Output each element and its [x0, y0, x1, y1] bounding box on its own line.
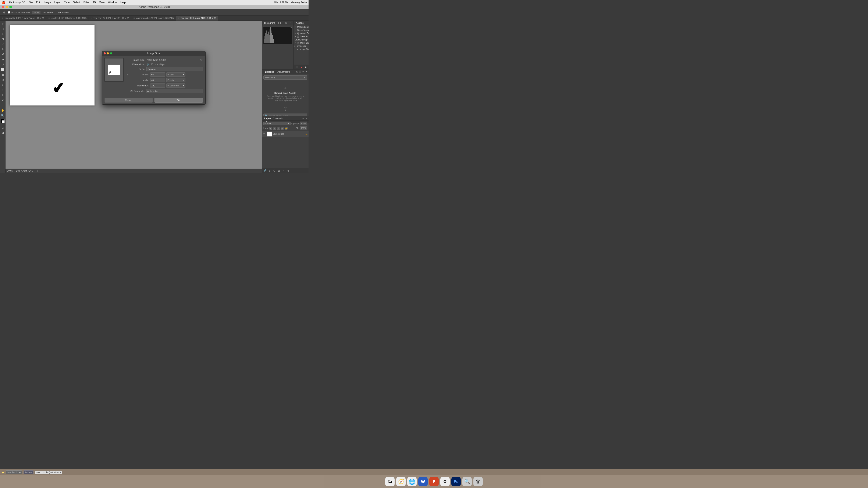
tab-4-close[interactable]: ×	[178, 17, 179, 19]
move-tool-icon[interactable]: ✛	[0, 22, 5, 26]
tab-2[interactable]: × vine copy @ 100% (Layer 2, RGB/8#)	[89, 16, 131, 21]
history-brush-icon[interactable]: ↺	[0, 62, 5, 67]
action-stop-btn[interactable]: ⬛	[294, 65, 299, 69]
histogram-menu[interactable]: ≫	[285, 22, 288, 25]
zoom-tool-icon[interactable]: 🔍	[0, 113, 5, 118]
menu-file[interactable]: File	[29, 1, 33, 4]
menu-layer[interactable]: Layer	[54, 1, 61, 4]
maximize-button[interactable]	[9, 6, 12, 8]
action-play-btn[interactable]: ▶	[304, 65, 308, 69]
menu-photoshop[interactable]: Photoshop CC	[9, 1, 25, 4]
action-imagesize-folder[interactable]: ▶ imagesize	[294, 44, 309, 48]
tab-1-close[interactable]: ×	[48, 17, 50, 19]
menu-window[interactable]: Window	[108, 1, 117, 4]
scroll-all-checkbox[interactable]: Scroll All Windows	[8, 11, 30, 14]
move-tool[interactable]	[2, 10, 6, 15]
layer-visibility-toggle[interactable]: 👁	[263, 133, 266, 135]
libraries-dropdown[interactable]: My Library ▼	[264, 75, 307, 79]
layers-blend-dropdown[interactable]: Normal ▼	[264, 122, 290, 125]
resample-checkbox[interactable]: ✓	[130, 90, 132, 92]
menu-3d[interactable]: 3D	[93, 1, 96, 4]
menu-type[interactable]: Type	[64, 1, 69, 4]
actions-tab[interactable]: Actions	[295, 21, 304, 25]
action-quadrant[interactable]: ✓ Quadrant Colors	[294, 32, 309, 35]
info-tab[interactable]: Info	[277, 22, 283, 25]
background-color[interactable]	[2, 120, 5, 123]
action-gradient-map[interactable]: Gradient Map	[294, 38, 309, 41]
canvas-document[interactable]: ✔	[10, 25, 94, 105]
lock-all[interactable]: 🔒	[285, 127, 287, 130]
width-input[interactable]	[150, 72, 165, 77]
height-unit-select[interactable]: Pixels ▼	[166, 78, 185, 82]
dialog-max-btn[interactable]	[110, 52, 112, 55]
width-unit-select[interactable]: Pixels ▼	[166, 72, 185, 77]
resolution-input[interactable]	[150, 84, 165, 88]
lock-position[interactable]: ✛	[277, 127, 280, 130]
lock-transparency[interactable]: ⊘	[269, 127, 272, 130]
extras-icon[interactable]: ⋯	[0, 135, 5, 140]
adjustments-tab[interactable]: Adjustments	[276, 70, 292, 73]
apple-menu[interactable]: 🍎	[2, 1, 5, 4]
menu-select[interactable]: Select	[73, 1, 80, 4]
tab-2-close[interactable]: ×	[91, 17, 92, 19]
cancel-button[interactable]: Cancel	[104, 98, 153, 103]
layers-fill-input[interactable]	[300, 126, 307, 130]
add-mask-btn[interactable]: ⬡	[272, 169, 277, 172]
resample-select[interactable]: Automatic ▼	[146, 89, 203, 93]
menu-view[interactable]: View	[99, 1, 105, 4]
tab-0[interactable]: × vine.psd @ 100% (Layer 2 copy, RGB/8#)	[0, 16, 46, 21]
histogram-tab[interactable]: Histogram	[264, 21, 276, 25]
lock-artboard[interactable]: ⊡	[281, 127, 284, 130]
action-image-size[interactable]: ✓ Image Size	[294, 48, 309, 51]
libraries-list-view[interactable]: ☰	[299, 70, 301, 73]
action-save-photoshop[interactable]: ✓ ✓ Save as Photoshop ...	[294, 35, 309, 38]
brush-tool-icon[interactable]: 🖌	[0, 52, 5, 57]
layers-close[interactable]: ✕	[305, 117, 307, 120]
histogram-close[interactable]: ✕	[289, 22, 292, 25]
shape-tool-icon[interactable]: □	[0, 103, 5, 107]
menu-image[interactable]: Image	[44, 1, 51, 4]
layers-tab[interactable]: Layers	[264, 117, 272, 120]
height-input[interactable]	[150, 78, 165, 82]
quick-mask-icon[interactable]: ⬡	[0, 125, 5, 130]
action-record-btn[interactable]: ●	[299, 65, 304, 69]
clone-tool-icon[interactable]: ⊕	[0, 57, 5, 62]
fit-to-select[interactable]: Custom ▼	[147, 67, 203, 71]
lock-image[interactable]: ✎	[273, 127, 276, 130]
ok-button[interactable]: OK	[154, 98, 203, 103]
libraries-menu[interactable]: ≫	[302, 70, 305, 73]
tab-4[interactable]: × vine copy0000.jpg @ 100% (RGB/8#)	[176, 16, 218, 21]
add-effect-btn[interactable]: ƒ	[268, 169, 272, 172]
layers-menu[interactable]: ≫	[302, 117, 305, 120]
eyedropper-tool-icon[interactable]: 🖊	[0, 42, 5, 46]
resolution-unit-select[interactable]: Pixels/Inch ▼	[166, 84, 185, 88]
hand-tool-icon[interactable]: ✋	[0, 108, 5, 113]
action-mixer-brush[interactable]: ✓ ✓ Mixer Brush Cloning...	[294, 41, 309, 44]
close-button[interactable]	[2, 6, 4, 8]
text-tool-icon[interactable]: T	[0, 93, 5, 97]
dialog-close-btn[interactable]	[104, 52, 106, 55]
gradient-tool-icon[interactable]: ▦	[0, 72, 5, 77]
histogram-refresh-icon[interactable]: ⟳	[290, 27, 292, 29]
libraries-help-icon[interactable]: ?	[284, 107, 287, 110]
add-link-btn[interactable]: 🔗	[263, 169, 267, 172]
dialog-min-btn[interactable]	[107, 52, 109, 55]
selection-tool-icon[interactable]: ⬚	[0, 27, 5, 31]
eraser-tool-icon[interactable]: ⬜	[0, 67, 5, 72]
action-molten-lead[interactable]: ✓ Molten Lead	[294, 25, 309, 29]
libraries-close[interactable]: ✕	[305, 70, 307, 73]
menu-filter[interactable]: Filter	[84, 1, 89, 4]
new-group-btn[interactable]: 🗂	[277, 169, 281, 172]
libraries-grid-view[interactable]: ⊞	[296, 70, 298, 73]
layers-opacity-input[interactable]	[300, 122, 307, 125]
fit-screen-button[interactable]: Fit Screen	[42, 11, 55, 14]
tab-3[interactable]: × laserfilm.psd @ 12.5% (sound, RGB/8#)	[131, 16, 176, 21]
layer-background[interactable]: 👁 Background 🔒	[262, 131, 309, 137]
path-tool-icon[interactable]: ↗	[0, 98, 5, 102]
minimize-button[interactable]	[5, 6, 8, 8]
scroll-all-input[interactable]	[8, 11, 10, 13]
delete-layer-btn[interactable]: 🗑	[286, 169, 290, 172]
tab-3-close[interactable]: ×	[133, 17, 135, 19]
lasso-tool-icon[interactable]: 𝓛	[0, 32, 5, 36]
dimensions-link-icon[interactable]: 🔗	[147, 63, 149, 66]
